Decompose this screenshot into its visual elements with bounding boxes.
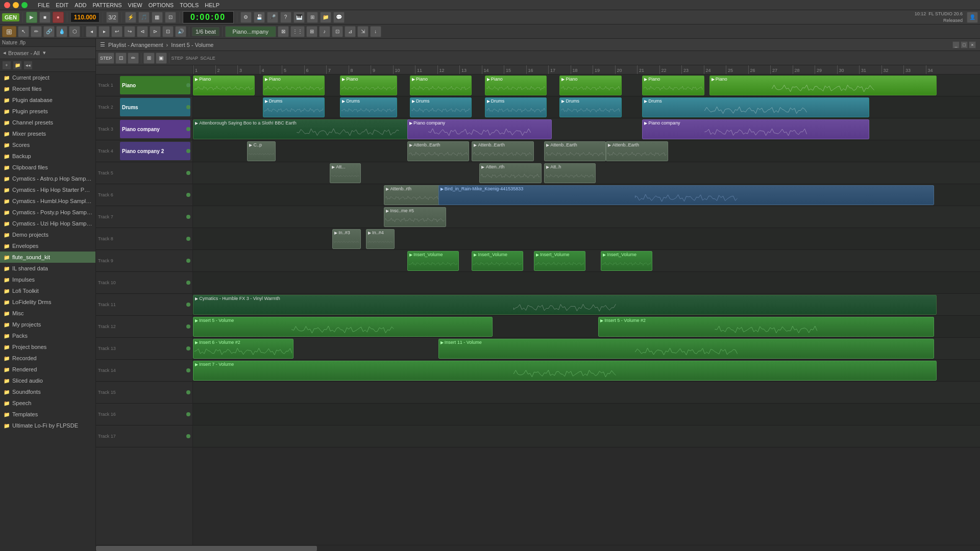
sidebar-item-cymatics---hip-hop-starter-pack[interactable]: 📁Cymatics - Hip Hop Starter Pack	[0, 184, 95, 195]
track-lane-2[interactable]: ▶ Drums▶ Drums▶ Drums▶ Drums▶ Drums▶ Dru…	[193, 96, 980, 118]
piano-roll-ref[interactable]: Piano...mpany	[225, 26, 276, 37]
menu-add[interactable]: ADD	[75, 2, 86, 8]
track-name-box-4[interactable]: Piano company 2	[120, 142, 190, 160]
clip-1-0[interactable]: ▶ Piano	[193, 76, 255, 95]
t2-btn7[interactable]: ⇲	[357, 26, 369, 37]
clip-9-1[interactable]: ▶ Insert_Volume	[472, 251, 523, 271]
track-lane-4[interactable]: ▶ C..p▶ Attenb..Earth▶ Attenb..Earth▶ At…	[193, 140, 980, 162]
link-tool[interactable]: 🔗	[43, 26, 55, 37]
track-lane-8[interactable]: ▶ In..#3▶ In..#4	[193, 228, 980, 250]
maximize-button[interactable]	[21, 2, 28, 8]
clip-9-3[interactable]: ▶ Insert_Volume	[601, 251, 652, 271]
pt-grid[interactable]: ⊞	[143, 53, 155, 64]
t2-btn8[interactable]: ↓	[370, 26, 381, 37]
tracks-scroll[interactable]: ▶ Piano▶ Piano▶ Piano▶ Piano▶ Piano▶ Pia…	[193, 74, 980, 545]
track-lane-1[interactable]: ▶ Piano▶ Piano▶ Piano▶ Piano▶ Piano▶ Pia…	[193, 74, 980, 96]
playlist-maximize[interactable]: □	[961, 41, 968, 48]
sidebar-item-plugin-database[interactable]: 📁Plugin database	[0, 94, 95, 106]
track-label-9[interactable]: Track 9	[96, 250, 192, 272]
t2-btn1[interactable]: ⊠	[278, 26, 289, 37]
track-lane-9[interactable]: ▶ Insert_Volume▶ Insert_Volume▶ Insert_V…	[193, 250, 980, 272]
redo-btn[interactable]: ↪	[124, 26, 135, 37]
sidebar-item-cymatics---posty-p-hop-sample-pack[interactable]: 📁Cymatics - Posty.p Hop Sample Pack	[0, 207, 95, 218]
sidebar-item-scores[interactable]: 📁Scores	[0, 139, 95, 151]
clip-4-4[interactable]: ▶ Attenb..Earth	[606, 141, 668, 161]
clip-14-0[interactable]: ▶ Insert 7 - Volume	[193, 361, 937, 381]
browser-btn[interactable]: 📁	[320, 12, 331, 23]
sidebar-item-project-bones[interactable]: 📁Project bones	[0, 341, 95, 353]
sidebar-more-btn[interactable]: ◂◂	[23, 61, 33, 70]
track-label-1[interactable]: Track 1Piano	[96, 74, 192, 96]
chat-btn[interactable]: 💬	[333, 12, 345, 23]
horizontal-scrollbar[interactable]	[96, 545, 980, 551]
clip-1-6[interactable]: ▶ Piano	[642, 76, 704, 95]
clip-4-1[interactable]: ▶ Attenb..Earth	[407, 141, 469, 161]
clip-1-2[interactable]: ▶ Piano	[340, 76, 397, 95]
clip-8-1[interactable]: ▶ In..#4	[366, 229, 395, 249]
t2-btn6[interactable]: ⊿	[345, 26, 356, 37]
sidebar-item-demo-projects[interactable]: 📁Demo projects	[0, 229, 95, 240]
sidebar-chevron[interactable]: ▾	[43, 49, 46, 56]
stop-button[interactable]: ■	[39, 12, 51, 23]
sidebar-item-flute-sound-kit[interactable]: 📁flute_sound_kit	[0, 252, 95, 263]
step-seq[interactable]: 3/2	[106, 12, 118, 23]
sidebar-item-misc[interactable]: 📁Misc	[0, 308, 95, 319]
tool-btn-3[interactable]: ▦	[152, 12, 163, 23]
track-name-box-2[interactable]: Drums	[120, 98, 190, 116]
pt-stepseq[interactable]: STEP	[98, 53, 114, 64]
tool-btn-4[interactable]: ⊡	[165, 12, 176, 23]
clip-13-0[interactable]: ▶ Insert 6 - Volume #2	[193, 339, 293, 359]
sidebar-item-current-project[interactable]: 📁Current project	[0, 72, 95, 83]
t2-btn5[interactable]: ⊡	[332, 26, 343, 37]
pt-colapse[interactable]: ▣	[156, 53, 167, 64]
track-label-6[interactable]: Track 6	[96, 184, 192, 206]
clip-4-3[interactable]: ▶ Attenb..Earth	[544, 141, 606, 161]
track-lane-13[interactable]: ▶ Insert 6 - Volume #2▶ Insert 11 - Volu…	[193, 338, 980, 360]
close-button[interactable]	[4, 2, 10, 8]
sidebar-add-btn[interactable]: +	[2, 61, 11, 70]
snap-label[interactable]: 1/6 beat	[192, 27, 219, 36]
track-lane-11[interactable]: ▶ Cymatics - Humble FX 3 - Vinyl Warmth	[193, 294, 980, 316]
sidebar-back-icon[interactable]: ◂	[3, 49, 6, 56]
sidebar-item-cymatics---astro-p-hop-sample-pack[interactable]: 📁Cymatics - Astro.p Hop Sample Pack	[0, 173, 95, 184]
track-label-14[interactable]: Track 14	[96, 360, 192, 382]
menu-options[interactable]: OPTIONS	[149, 2, 174, 8]
mic-btn[interactable]: 🎤	[267, 12, 278, 23]
piano-btn[interactable]: 🎹	[293, 12, 305, 23]
zoom-fit[interactable]: ⊡	[162, 26, 174, 37]
track-label-5[interactable]: Track 5	[96, 162, 192, 184]
sidebar-item-soundfonts[interactable]: 📁Soundfonts	[0, 386, 95, 397]
clip-6-1[interactable]: ▶ Bird_in_Rain-Mike_Koenig-441535833	[438, 185, 934, 205]
step-back[interactable]: ⊲	[137, 26, 148, 37]
track-lane-14[interactable]: ▶ Insert 7 - Volume	[193, 360, 980, 382]
track-label-16[interactable]: Track 16	[96, 404, 192, 425]
clip-8-0[interactable]: ▶ In..#3	[332, 229, 361, 249]
sidebar-item-cymatics---uzi-hip-hop-sample-pack[interactable]: 📁Cymatics - Uzi Hip Hop Sample Pack	[0, 218, 95, 229]
scrollbar-thumb[interactable]	[96, 546, 317, 551]
clip-1-4[interactable]: ▶ Piano	[485, 76, 547, 95]
clip-4-0[interactable]: ▶ C..p	[247, 141, 276, 161]
tool-btn-1[interactable]: ⚡	[125, 12, 136, 23]
mixer-btn[interactable]: ⊞	[307, 12, 318, 23]
track-label-7[interactable]: Track 7	[96, 206, 192, 228]
clip-12-0[interactable]: ▶ Insert 5 - Volume	[193, 317, 493, 337]
step-fwd[interactable]: ⊳	[150, 26, 161, 37]
menu-file[interactable]: FILE	[38, 2, 50, 8]
track-label-12[interactable]: Track 12	[96, 316, 192, 338]
help-btn[interactable]: ?	[280, 12, 291, 23]
mute-tool[interactable]: ⬡	[69, 26, 80, 37]
track-label-11[interactable]: Track 11	[96, 294, 192, 316]
cursor-tool[interactable]: ↖	[18, 26, 29, 37]
clip-5-0[interactable]: ▶ Att...	[330, 163, 361, 183]
clip-9-2[interactable]: ▶ Insert_Volume	[534, 251, 585, 271]
clip-3-2[interactable]: ▶ Piano company	[642, 119, 869, 139]
track-lane-6[interactable]: ▶ Attenb..rth▶ Bird_in_Rain-Mike_Koenig-…	[193, 184, 980, 206]
pencil-tool[interactable]: ✏	[31, 26, 42, 37]
zoom-in[interactable]: ◂	[86, 26, 97, 37]
track-label-4[interactable]: Track 4Piano company 2	[96, 140, 192, 162]
clip-11-0[interactable]: ▶ Cymatics - Humble FX 3 - Vinyl Warmth	[193, 295, 937, 315]
clip-2-1[interactable]: ▶ Drums	[340, 97, 397, 117]
tool-btn-2[interactable]: 🎵	[138, 12, 150, 23]
sidebar-folder-btn[interactable]: 📁	[13, 61, 22, 70]
track-lane-3[interactable]: ▶ Attenborough Saying Boo to a Sloth! BB…	[193, 118, 980, 140]
